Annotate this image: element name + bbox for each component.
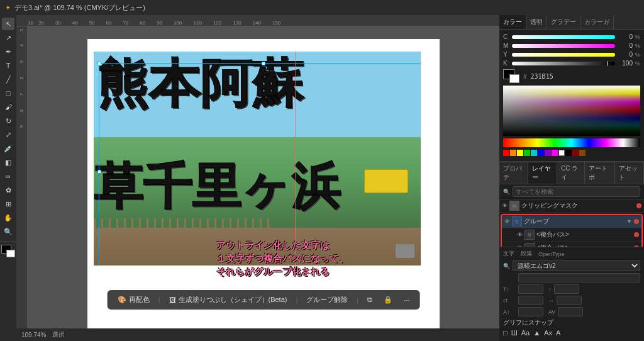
hex-value[interactable]: 231B15	[531, 73, 553, 80]
lock-button[interactable]: 🔒	[381, 294, 395, 305]
vis-1[interactable]: 👁	[517, 232, 523, 238]
ungroup-button[interactable]: グループ解除	[304, 294, 350, 306]
kern-input[interactable]: -156	[558, 307, 583, 316]
eyedropper-tool[interactable]: 💉	[2, 142, 14, 155]
color-strip[interactable]	[503, 138, 640, 147]
blend-tool[interactable]: ∞	[2, 170, 14, 182]
snap-icon-3[interactable]: Aa	[521, 329, 530, 337]
layer-group[interactable]: 👁 G グループ ▼	[502, 215, 641, 228]
pen-tool[interactable]: ✒	[2, 45, 14, 58]
height-input[interactable]: 89 pt	[554, 284, 579, 294]
baseline-input[interactable]: 0	[518, 307, 543, 316]
recolor-button[interactable]: 🎨 再配色	[115, 294, 152, 306]
tab-assets[interactable]: アセット	[615, 162, 644, 184]
snap-icon-5[interactable]: Ax	[544, 329, 552, 337]
layer-search-input[interactable]	[513, 186, 640, 197]
layer-search-bar: 🔍	[499, 184, 644, 199]
right-panel: カラー 透明 グラデー カラーガ C 0 % M 0 % Y 0	[499, 15, 644, 341]
copy-button[interactable]: ⧉	[365, 294, 375, 305]
cmyk-m-slider[interactable]	[512, 44, 615, 48]
type-tool[interactable]: T	[2, 59, 14, 72]
swatch-cyan[interactable]	[531, 150, 537, 156]
fill-icon: 🖼	[169, 296, 176, 304]
scale-tool[interactable]: ⤢	[2, 128, 14, 141]
swatch-brown[interactable]	[579, 150, 586, 156]
cmyk-k-label: K	[503, 60, 509, 67]
gradient-tool[interactable]: ◧	[2, 156, 14, 169]
snap-icons-row: □ Ш Aa ▲ Ax A	[503, 329, 640, 337]
artboard-tool[interactable]: ⊞	[2, 198, 14, 210]
swatch-red[interactable]	[503, 150, 509, 156]
tab-layers[interactable]: レイヤー	[528, 162, 557, 184]
width-input[interactable]: 100%	[557, 296, 582, 305]
panel-tabs: カラー 透明 グラデー カラーガ	[499, 15, 644, 30]
expand-icon[interactable]: ▼	[626, 218, 632, 225]
visibility-eye[interactable]: 👁	[502, 203, 508, 209]
recolor-icon: 🎨	[118, 296, 126, 304]
background-swatch[interactable]	[509, 74, 519, 83]
recolor-label: 再配色	[129, 295, 150, 305]
cmyk-k-slider[interactable]	[512, 62, 615, 65]
layer-path-2[interactable]: 👁 ケ <複合パス>	[502, 242, 641, 247]
select-tool[interactable]: ↖	[2, 18, 14, 30]
thumb-1: 祖	[525, 230, 535, 240]
layer-panel[interactable]: 🔍 👁 M クリッピングマスク 👁 G グループ ▼	[499, 184, 644, 247]
layer-path-1[interactable]: 👁 祖 <複合パス>	[502, 228, 641, 242]
swatch-magenta[interactable]	[552, 150, 558, 156]
zoom-level[interactable]: 109.74%	[21, 332, 46, 338]
color-swatch-pair[interactable]	[503, 69, 519, 83]
tracking-icon: IT	[503, 298, 516, 304]
symbol-tool[interactable]: ✿	[2, 184, 14, 196]
zoom-tool[interactable]: 🔍	[2, 225, 14, 238]
swatch-orange[interactable]	[510, 150, 516, 156]
snap-icon-4[interactable]: ▲	[533, 329, 540, 337]
tab-artboards[interactable]: アート ボ	[585, 162, 615, 184]
swatch-green[interactable]	[524, 150, 530, 156]
toolbox: ↖ ↗ ✒ T ╱ □ 🖌 ↻ ⤢ 💉 ◧ ∞ ✿ ⊞ ✋ 🔍	[0, 15, 16, 341]
color-section: C 0 % M 0 % Y 0 % K 10	[499, 30, 644, 162]
tracking-input[interactable]: 100%	[518, 296, 543, 305]
direct-select-tool[interactable]: ↗	[2, 31, 14, 44]
tab-properties[interactable]: プロパテ	[499, 162, 528, 184]
gradient-picker[interactable]	[503, 86, 640, 136]
visibility-eye-group[interactable]: 👁	[504, 218, 510, 225]
typo-char-tab[interactable]: 文字	[503, 250, 514, 258]
swatch-black[interactable]	[565, 150, 572, 156]
snap-icon-1[interactable]: □	[503, 329, 508, 337]
swatch-darkred[interactable]	[572, 150, 579, 156]
mode-display: 選択	[52, 330, 65, 339]
tab-colorguide[interactable]: カラーガ	[580, 15, 614, 29]
stroke-swatch[interactable]	[6, 250, 15, 257]
window-title: デモ3.ai* @ 109.74 % (CMYK/プレビュー)	[14, 3, 145, 13]
canvas-document[interactable]: 熊本阿蘇 草千里ヶ浜	[28, 26, 499, 328]
tab-cc-libraries[interactable]: CC ライ	[557, 162, 585, 184]
paintbrush-tool[interactable]: 🖌	[2, 101, 14, 113]
tab-transparency[interactable]: 透明	[526, 15, 547, 29]
cmyk-c-slider[interactable]	[512, 35, 615, 39]
red-outline-group: 👁 G グループ ▼ 👁 祖 <複合パス> 👁 ケ <複合パス>	[501, 214, 643, 247]
cmyk-c-label: C	[503, 33, 509, 40]
font-size-input[interactable]: 12 pt	[518, 284, 543, 294]
swatch-purple[interactable]	[545, 150, 551, 156]
snap-icon-6[interactable]: A	[556, 329, 560, 337]
more-button[interactable]: ···	[401, 295, 412, 305]
cmyk-k-pct: %	[635, 60, 640, 67]
swatch-yellow[interactable]	[517, 150, 523, 156]
rect-tool[interactable]: □	[2, 87, 14, 99]
font-family-select[interactable]: 源暎エムゴv2	[513, 260, 640, 271]
tab-color[interactable]: カラー	[499, 15, 526, 29]
more-icon: ···	[404, 296, 409, 304]
typo-opentype-tab[interactable]: OpenType	[538, 251, 565, 257]
cmyk-y-slider[interactable]	[512, 53, 615, 57]
snap-icon-2[interactable]: Ш	[511, 329, 518, 337]
hand-tool[interactable]: ✋	[2, 211, 14, 224]
generative-fill-button[interactable]: 🖼 生成塗りつぶし（シェイプ）(Beta)	[167, 294, 290, 306]
layer-clipping-mask[interactable]: 👁 M クリッピングマスク	[499, 199, 644, 213]
rotate-tool[interactable]: ↻	[2, 115, 14, 127]
typo-para-tab[interactable]: 段落	[521, 250, 532, 258]
swatch-white[interactable]	[558, 150, 565, 156]
swatch-blue[interactable]	[538, 150, 544, 156]
tab-gradient[interactable]: グラデー	[547, 15, 580, 29]
font-style-input[interactable]: Black	[518, 273, 640, 282]
line-tool[interactable]: ╱	[2, 73, 14, 86]
